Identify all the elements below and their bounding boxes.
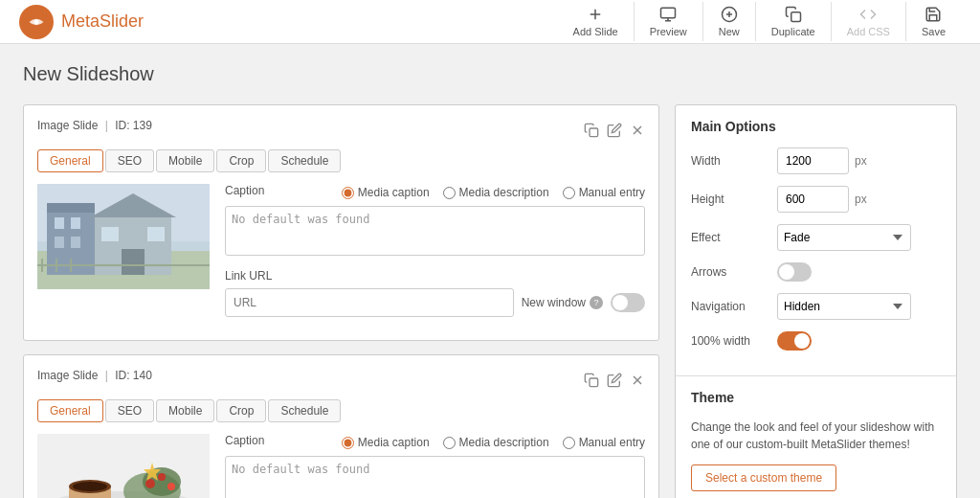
radio-media-caption-1[interactable]: Media caption — [342, 186, 430, 199]
delete-slide-2-icon[interactable] — [630, 373, 645, 388]
radio-media-caption-2[interactable]: Media caption — [342, 436, 430, 449]
effect-row: Effect Fade Slide None — [691, 224, 941, 251]
width-input[interactable] — [777, 147, 849, 174]
add-slide-label: Add Slide — [573, 26, 618, 37]
main-options-section: Main Options Width px Height px Effect — [676, 105, 956, 376]
save-label: Save — [922, 26, 946, 37]
slide-1-actions — [584, 123, 645, 138]
radio-media-desc-2[interactable]: Media description — [443, 436, 549, 449]
arrows-row: Arrows — [691, 262, 941, 282]
navigation-select[interactable]: Hidden Dots Thumbnails — [777, 293, 911, 320]
svg-rect-3 — [661, 8, 676, 18]
radio-manual-1[interactable]: Manual entry — [563, 186, 645, 199]
tab-schedule-1[interactable]: Schedule — [268, 149, 341, 172]
main-options-title: Main Options — [691, 119, 941, 134]
svg-point-43 — [158, 473, 166, 481]
tab-general-2[interactable]: General — [37, 399, 103, 422]
slide-2-thumbnail — [37, 434, 210, 498]
svg-rect-17 — [47, 203, 95, 213]
plus-icon — [587, 6, 604, 23]
svg-rect-9 — [791, 12, 800, 22]
theme-description: Change the look and feel of your slidesh… — [691, 419, 941, 453]
caption-field-row-2: Caption Media caption Media description — [225, 434, 645, 498]
code-icon — [859, 6, 877, 23]
caption-label-1: Caption — [225, 184, 264, 197]
url-input-1[interactable] — [225, 288, 514, 317]
full-width-toggle[interactable] — [777, 331, 812, 351]
link-url-label-1: Link URL — [225, 269, 272, 283]
options-panel: Main Options Width px Height px Effect — [675, 104, 957, 498]
tab-seo-1[interactable]: SEO — [105, 149, 154, 172]
slide-1-fields: Caption Media caption Media description — [225, 184, 645, 327]
tab-crop-2[interactable]: Crop — [216, 399, 266, 422]
logo: MetaSlider — [19, 5, 144, 39]
edit-slide-1-icon[interactable] — [607, 123, 622, 138]
info-icon-1: ? — [590, 296, 603, 309]
preview-label: Preview — [650, 26, 687, 37]
effect-label: Effect — [691, 231, 777, 244]
slide-1-image — [37, 184, 210, 289]
tab-mobile-2[interactable]: Mobile — [156, 399, 214, 422]
arrows-toggle[interactable] — [777, 262, 812, 282]
navigation-row: Navigation Hidden Dots Thumbnails — [691, 293, 941, 320]
duplicate-button[interactable]: Duplicate — [756, 2, 832, 41]
height-input[interactable] — [777, 186, 849, 213]
tab-seo-2[interactable]: SEO — [105, 399, 154, 422]
add-css-label: Add CSS — [847, 26, 890, 37]
delete-slide-1-icon[interactable] — [630, 123, 645, 138]
caption-textarea-2[interactable] — [225, 456, 645, 498]
add-css-button[interactable]: Add CSS — [832, 2, 906, 41]
tab-mobile-1[interactable]: Mobile — [156, 149, 214, 172]
radio-media-desc-1[interactable]: Media description — [443, 186, 549, 199]
tab-schedule-2[interactable]: Schedule — [268, 399, 341, 422]
slide-1-body: Caption Media caption Media description — [37, 184, 645, 327]
select-theme-button[interactable]: Select a custom theme — [691, 464, 836, 491]
new-button[interactable]: New — [703, 2, 756, 41]
link-url-row-1: Link URL New window ? — [225, 268, 645, 317]
save-icon — [924, 6, 942, 23]
slide-card-2: Image Slide | ID: 140 General SEO Mobile — [23, 354, 659, 498]
caption-textarea-1[interactable] — [225, 206, 645, 256]
theme-section: Theme Change the look and feel of your s… — [676, 376, 956, 498]
svg-rect-31 — [590, 378, 598, 387]
svg-point-0 — [34, 19, 39, 24]
preview-button[interactable]: Preview — [635, 2, 703, 41]
slide-2-actions — [584, 373, 645, 388]
svg-point-39 — [73, 482, 107, 491]
svg-rect-26 — [147, 227, 165, 241]
width-label: Width — [691, 154, 777, 168]
slide-2-body: Caption Media caption Media description — [37, 434, 645, 498]
edit-slide-2-icon[interactable] — [607, 373, 622, 388]
caption-radio-group-1: Media caption Media description Manual e… — [342, 186, 645, 199]
copy-slide-1-icon[interactable] — [584, 123, 599, 138]
logo-text: MetaSlider — [61, 11, 144, 32]
copy-slide-2-icon[interactable] — [584, 373, 599, 388]
svg-rect-25 — [101, 227, 119, 241]
height-row: Height px — [691, 186, 941, 213]
tab-crop-1[interactable]: Crop — [216, 149, 266, 172]
slide-2-tabs: General SEO Mobile Crop Schedule — [37, 399, 645, 422]
svg-rect-24 — [122, 249, 145, 275]
slide-1-header: Image Slide | ID: 139 — [37, 119, 152, 132]
height-unit: px — [855, 192, 867, 206]
main-layout: Image Slide | ID: 139 General SEO Mobile — [23, 104, 957, 498]
effect-select[interactable]: Fade Slide None — [777, 224, 911, 251]
svg-point-44 — [167, 483, 175, 490]
save-button[interactable]: Save — [906, 2, 961, 41]
tab-general-1[interactable]: General — [37, 149, 103, 172]
svg-rect-34 — [37, 434, 210, 498]
arrows-label: Arrows — [691, 265, 777, 279]
slides-column: Image Slide | ID: 139 General SEO Mobile — [23, 104, 659, 498]
add-slide-button[interactable]: Add Slide — [558, 2, 635, 41]
navigation-label: Navigation — [691, 300, 777, 313]
svg-rect-20 — [55, 237, 64, 248]
height-label: Height — [691, 192, 777, 206]
svg-rect-18 — [55, 217, 64, 229]
monitor-icon — [659, 6, 677, 23]
svg-rect-19 — [71, 217, 80, 229]
duplicate-label: Duplicate — [771, 26, 815, 37]
width-row: Width px — [691, 147, 941, 174]
radio-manual-2[interactable]: Manual entry — [563, 436, 645, 449]
new-window-toggle-1[interactable] — [611, 293, 645, 312]
page-title: New Slideshow — [23, 63, 957, 85]
